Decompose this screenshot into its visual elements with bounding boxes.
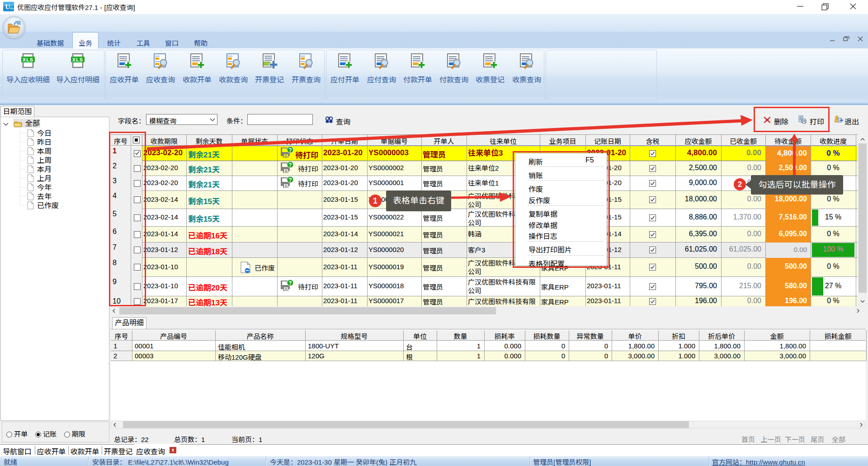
svg-text:全部: 全部 xyxy=(25,118,40,128)
svg-text:U: U xyxy=(5,3,10,10)
svg-text:XLS: XLS xyxy=(23,57,33,62)
svg-text:已作废: 已作废 xyxy=(37,200,59,210)
svg-text:TU: TU xyxy=(10,7,14,10)
svg-text:XLS: XLS xyxy=(72,57,83,62)
